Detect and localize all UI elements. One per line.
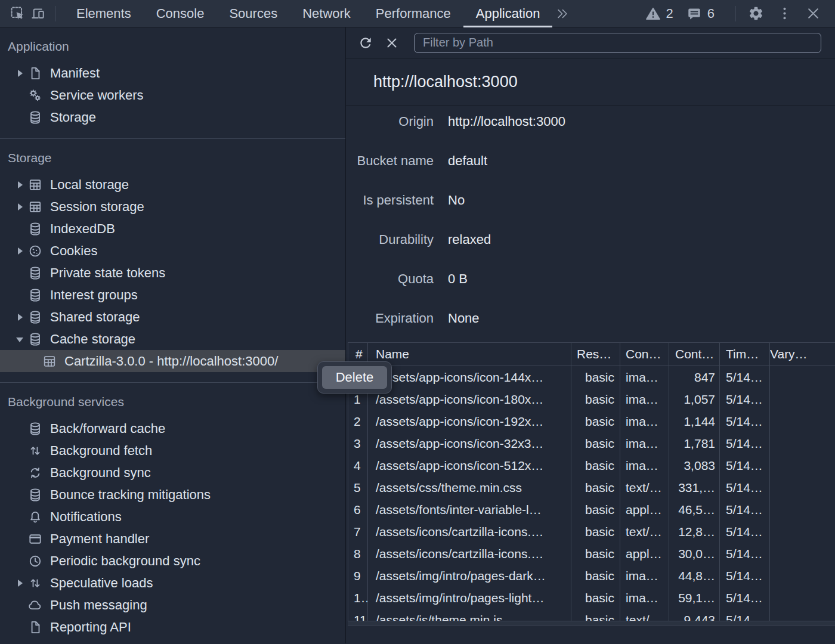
database-icon [27, 287, 43, 303]
table-row[interactable]: 9/assets/img/intro/pages-dark…basicima…4… [348, 565, 835, 587]
sidebar-item-indexeddb[interactable]: IndexedDB [0, 218, 345, 240]
expander-collapsed-icon[interactable] [16, 578, 25, 588]
tab-performance[interactable]: Performance [363, 0, 463, 27]
table-body: 0/assets/app-icons/icon-144x…basicima…84… [348, 366, 835, 621]
sidebar-item-back-forward-cache[interactable]: Back/forward cache [0, 417, 345, 439]
cell-res: basic [571, 543, 620, 565]
sidebar-item-session-storage[interactable]: Session storage [0, 196, 345, 218]
cell-num: 2 [348, 410, 368, 432]
sidebar-item-local-storage[interactable]: Local storage [0, 174, 345, 196]
sidebar-item-label: Payment handler [50, 531, 149, 547]
sidebar-item-background-sync[interactable]: Background sync [0, 462, 345, 484]
sidebar-item-speculative-loads[interactable]: Speculative loads [0, 572, 345, 594]
expander-expanded-icon[interactable] [16, 335, 25, 344]
sidebar-item-cookies[interactable]: Cookies [0, 240, 345, 262]
filter-by-path-input[interactable] [414, 33, 821, 53]
sidebar-item-push-messaging[interactable]: Push messaging [0, 594, 345, 616]
cell-num: 3 [348, 432, 368, 454]
table-row[interactable]: 7/assets/icons/cartzilla-icons.…basictex… [348, 521, 835, 543]
column-header-name[interactable]: Name [368, 343, 571, 366]
sidebar-item-interest-groups[interactable]: Interest groups [0, 284, 345, 306]
sidebar-item-label: Periodic background sync [50, 553, 200, 569]
messages-badge[interactable]: 6 [686, 6, 715, 21]
sidebar-item-label: Background fetch [50, 443, 152, 459]
cell-name: /assets/app-icons/icon-32x3… [368, 432, 571, 454]
refresh-button[interactable] [355, 33, 376, 53]
table-row[interactable]: 4/assets/app-icons/icon-512x…basicima…3,… [348, 454, 835, 476]
detail-label: Durability [346, 232, 434, 247]
sidebar-item-bounce-tracking-mitigations[interactable]: Bounce tracking mitigations [0, 484, 345, 506]
sidebar-item-payment-handler[interactable]: Payment handler [0, 528, 345, 550]
expander-spacer [16, 446, 25, 456]
sidebar-item-manifest[interactable]: Manifest [0, 62, 345, 84]
horizontal-scrollbar[interactable] [348, 621, 835, 626]
tab-elements[interactable]: Elements [64, 0, 144, 27]
tab-sources[interactable]: Sources [217, 0, 290, 27]
sidebar-section-background-services: Background servicesBack/forward cacheBac… [0, 383, 345, 643]
sidebar-item-storage[interactable]: Storage [0, 106, 345, 128]
expander-collapsed-icon[interactable] [16, 202, 25, 212]
column-header-con[interactable]: Con… [620, 343, 669, 366]
database-icon [27, 221, 43, 237]
cell-num: 1… [348, 587, 368, 609]
detail-label: Expiration [346, 311, 434, 326]
expander-collapsed-icon[interactable] [16, 246, 25, 256]
clear-button[interactable] [382, 33, 402, 53]
column-header-vary[interactable]: Vary… [770, 343, 835, 366]
table-row[interactable]: 6/assets/fonts/inter-variable-l…basicapp… [348, 499, 835, 521]
table-row[interactable]: 1…/assets/img/intro/pages-light…basicima… [348, 587, 835, 609]
tab-network[interactable]: Network [290, 0, 363, 27]
sidebar-item-label: Interest groups [50, 287, 138, 303]
sidebar-item-cartzilla-3-0-0-http-localhost-3000[interactable]: Cartzilla-3.0.0 - http://localhost:3000/ [0, 350, 345, 372]
tab-console[interactable]: Console [144, 0, 217, 27]
more-tabs-button[interactable] [552, 4, 573, 24]
sidebar-item-cache-storage[interactable]: Cache storage [0, 328, 345, 350]
cell-res: basic [571, 499, 620, 521]
kebab-menu-button[interactable] [774, 4, 794, 24]
device-toolbar-button[interactable] [27, 4, 48, 24]
warnings-badge[interactable]: 2 [645, 6, 673, 21]
cell-tim: 5/14… [720, 366, 770, 388]
settings-button[interactable] [746, 4, 766, 24]
column-header-res[interactable]: Res… [571, 343, 620, 366]
bell-icon [27, 509, 43, 525]
sidebar-item-background-fetch[interactable]: Background fetch [0, 439, 345, 462]
table-row[interactable]: 3/assets/app-icons/icon-32x3…basicima…1,… [348, 432, 835, 454]
database-icon [27, 421, 43, 436]
toolbar-right-group: 2 6 [645, 4, 835, 24]
inspect-element-button[interactable] [7, 4, 27, 24]
updown-icon [27, 443, 43, 459]
more-tabs-icon [556, 7, 569, 21]
sidebar-item-reporting-api[interactable]: Reporting API [0, 616, 345, 638]
table-row[interactable]: 8/assets/icons/cartzilla-icons.…basicapp… [348, 543, 835, 565]
sidebar-item-periodic-background-sync[interactable]: Periodic background sync [0, 550, 345, 572]
tab-application[interactable]: Application [463, 0, 553, 27]
table-row[interactable]: 1/assets/app-icons/icon-180x…basicima…1,… [348, 388, 835, 410]
context-menu-delete[interactable]: Delete [322, 366, 387, 389]
column-header-tim[interactable]: Tim… [720, 343, 770, 366]
cloud-icon [27, 597, 43, 613]
table-row[interactable]: 5/assets/css/theme.min.cssbasictext/…331… [348, 476, 835, 499]
column-header-cont[interactable]: Cont… [669, 343, 720, 366]
cell-name: /assets/img/intro/pages-dark… [368, 565, 571, 587]
sidebar-item-label: Reporting API [50, 620, 131, 635]
expander-collapsed-icon[interactable] [16, 312, 25, 322]
sidebar-item-service-workers[interactable]: Service workers [0, 84, 345, 106]
cell-res: basic [571, 565, 620, 587]
detail-row-origin: Originhttp://localhost:3000 [346, 106, 835, 145]
database-icon [27, 265, 43, 281]
expander-collapsed-icon[interactable] [16, 180, 25, 190]
detail-value: No [448, 193, 465, 208]
close-devtools-button[interactable] [803, 4, 823, 24]
table-header-row: #NameRes…Con…Cont…Tim…Vary… [348, 343, 835, 366]
sidebar-item-shared-storage[interactable]: Shared storage [0, 306, 345, 328]
cell-vary [770, 565, 835, 587]
refresh-icon [358, 35, 373, 51]
table-row[interactable]: 2/assets/app-icons/icon-192x…basicima…1,… [348, 410, 835, 432]
table-row[interactable]: 11/assets/js/theme.min.jsbasictext/…9,44… [348, 609, 835, 621]
sidebar-item-notifications[interactable]: Notifications [0, 506, 345, 528]
sidebar-item-private-state-tokens[interactable]: Private state tokens [0, 262, 345, 284]
cell-tim: 5/14… [720, 565, 770, 587]
table-row[interactable]: 0/assets/app-icons/icon-144x…basicima…84… [348, 366, 835, 388]
expander-collapsed-icon[interactable] [16, 69, 25, 78]
